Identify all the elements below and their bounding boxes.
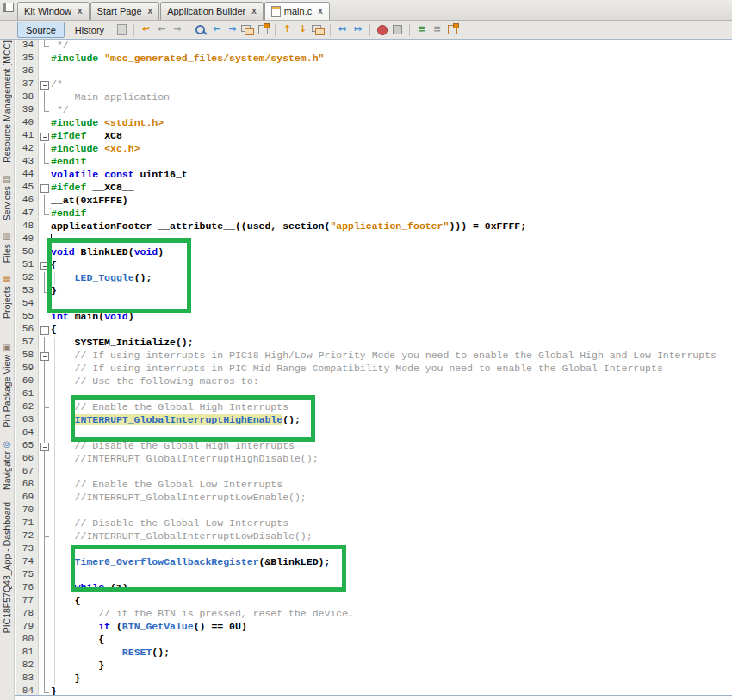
code-line[interactable]: 77 { — [16, 595, 732, 608]
code-fold-toggle-icon[interactable] — [39, 350, 51, 362]
code-fold-toggle-icon[interactable] — [39, 182, 51, 195]
code-line[interactable]: 47#endif — [16, 208, 732, 220]
code-text[interactable]: SYSTEM_Initialize(); — [51, 337, 732, 350]
line-number[interactable]: 76 — [16, 582, 39, 595]
line-number[interactable]: 47 — [16, 208, 39, 220]
code-text[interactable]: */ — [51, 40, 732, 53]
code-text[interactable] — [51, 233, 732, 246]
code-text[interactable]: #include <xc.h> — [51, 143, 732, 156]
code-line[interactable]: 34 */ — [16, 40, 732, 53]
line-number[interactable]: 67 — [16, 466, 39, 479]
line-number[interactable]: 60 — [16, 375, 39, 388]
line-number[interactable]: 53 — [16, 285, 39, 298]
code-text[interactable]: RESET(); — [51, 647, 732, 660]
toggle-bookmark-icon[interactable] — [311, 23, 326, 37]
code-line[interactable]: 45#ifdef __XC8__ — [16, 182, 732, 195]
code-text[interactable]: { — [51, 324, 732, 337]
line-number[interactable]: 61 — [16, 388, 39, 401]
source-view-button[interactable]: Source — [17, 22, 65, 38]
code-text[interactable]: // If using interrupts in PIC18 High/Low… — [51, 350, 732, 362]
code-text[interactable]: LED_Toggle(); — [51, 272, 732, 285]
code-text[interactable]: #include "mcc_generated_files/system/sys… — [51, 53, 732, 65]
code-line[interactable]: 70 — [16, 505, 732, 517]
uncomment-icon[interactable]: ≡ — [430, 23, 444, 37]
code-line[interactable]: 76 while (1) — [16, 582, 732, 595]
code-line[interactable]: 48applicationFooter __attribute__((used,… — [16, 220, 732, 233]
code-text[interactable]: } — [51, 685, 732, 695]
code-text[interactable]: Timer0_OverflowCallbackRegister(&BlinkLE… — [51, 556, 732, 569]
line-number[interactable]: 37 — [16, 78, 39, 91]
line-number[interactable]: 63 — [16, 414, 39, 427]
comment-icon[interactable]: ≡ — [414, 23, 429, 37]
code-line[interactable]: 56{ — [16, 324, 732, 337]
code-text[interactable]: } — [51, 285, 732, 298]
code-line[interactable]: 84} — [16, 685, 732, 695]
line-number[interactable]: 81 — [16, 647, 39, 660]
select-in-projects-icon[interactable] — [256, 23, 270, 37]
line-number[interactable]: 79 — [16, 621, 39, 634]
code-text[interactable]: // Disable the Global Low Interrupts — [51, 517, 732, 530]
code-text[interactable]: #ifdef __XC8__ — [51, 130, 732, 143]
code-text[interactable]: //INTERRUPT_GlobalInterruptLowEnable(); — [51, 492, 732, 505]
sidebar-item-projects[interactable]: ▦Projects — [2, 275, 12, 319]
find-next-icon[interactable]: → — [225, 23, 239, 37]
line-number[interactable]: 62 — [16, 401, 39, 414]
code-text[interactable]: volatile const uint16_t — [51, 169, 732, 182]
sidebar-item-resource-management-mcc-[interactable]: Resource Management [MCC] — [2, 40, 12, 163]
code-line[interactable]: 75 — [16, 569, 732, 582]
code-text[interactable]: __at(0x1FFFE) — [51, 195, 732, 208]
code-line[interactable]: 58 // If using interrupts in PIC18 High/… — [16, 350, 732, 362]
line-number[interactable]: 54 — [16, 298, 39, 311]
code-editor[interactable]: 34 */35#include "mcc_generated_files/sys… — [16, 40, 732, 695]
tab-close-icon[interactable]: x — [251, 7, 257, 15]
code-line[interactable]: 72 //INTERRUPT_GlobalInterruptLowDisable… — [16, 530, 732, 543]
code-text[interactable]: } — [51, 672, 732, 685]
code-line[interactable]: 54 — [16, 298, 732, 311]
code-text[interactable] — [51, 569, 732, 582]
code-text[interactable]: while (1) — [51, 582, 732, 595]
code-line[interactable]: 81 RESET(); — [16, 647, 732, 660]
line-number[interactable]: 78 — [16, 608, 39, 621]
code-line[interactable]: 44volatile const uint16_t — [16, 169, 732, 182]
stop-macro-recording-icon[interactable] — [390, 23, 405, 37]
code-text[interactable]: } — [51, 660, 732, 672]
sidebar-item-navigator[interactable]: ◎Navigator — [2, 440, 12, 490]
line-number[interactable]: 50 — [16, 246, 39, 259]
start-macro-recording-icon[interactable] — [375, 23, 389, 37]
code-text[interactable]: if (BTN_GetValue() == 0U) — [51, 621, 732, 634]
code-line[interactable]: 65 // Disable the Global High Interrupts — [16, 440, 732, 453]
line-number[interactable]: 42 — [16, 143, 39, 156]
code-line[interactable]: 71 // Disable the Global Low Interrupts — [16, 517, 732, 530]
code-line[interactable]: 80 { — [16, 634, 732, 647]
previous-bookmark-icon[interactable]: ↑ — [280, 23, 295, 37]
code-text[interactable]: #ifdef __XC8__ — [51, 182, 732, 195]
code-line[interactable]: 36 — [16, 65, 732, 78]
line-number[interactable]: 38 — [16, 91, 39, 104]
code-line[interactable]: 73 — [16, 543, 732, 556]
line-number[interactable]: 65 — [16, 440, 39, 453]
line-number[interactable]: 77 — [16, 595, 39, 608]
tab-kit-window[interactable]: Kit Windowx — [17, 2, 90, 20]
line-number[interactable]: 59 — [16, 362, 39, 375]
code-line[interactable]: 40#include <stdint.h> — [16, 117, 732, 130]
code-text[interactable]: // Enable the Global Low Interrupts — [51, 479, 732, 492]
line-number[interactable]: 83 — [16, 672, 39, 685]
code-fold-toggle-icon[interactable] — [39, 259, 51, 272]
line-number[interactable]: 51 — [16, 259, 39, 272]
code-line[interactable]: 64 — [16, 427, 732, 440]
line-number[interactable]: 56 — [16, 324, 39, 337]
code-text[interactable]: // Disable the Global High Interrupts — [51, 440, 732, 453]
code-line[interactable]: 38 Main application — [16, 91, 732, 104]
code-text[interactable] — [51, 505, 732, 517]
line-number[interactable]: 49 — [16, 233, 39, 246]
sidebar-item-pin-package-view[interactable]: ▣Pin Package View — [2, 344, 12, 427]
tab-main.c[interactable]: main.cx — [264, 2, 330, 20]
line-number[interactable]: 43 — [16, 156, 39, 169]
code-text[interactable]: { — [51, 634, 732, 647]
line-number[interactable]: 66 — [16, 453, 39, 466]
line-number[interactable]: 41 — [16, 130, 39, 143]
code-text[interactable]: // Enable the Global High Interrupts — [51, 401, 732, 414]
code-fold-toggle-icon[interactable] — [39, 78, 51, 91]
last-edit-icon[interactable] — [115, 23, 129, 37]
code-line[interactable]: 67 — [16, 466, 732, 479]
